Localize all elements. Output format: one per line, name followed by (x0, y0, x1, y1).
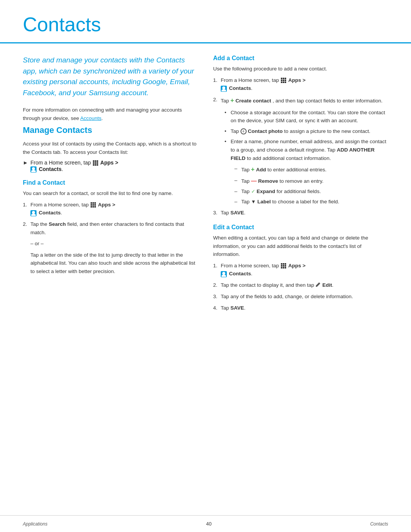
add-step-1: 1. From a Home screen, tap (213, 76, 388, 93)
svg-rect-27 (281, 263, 282, 265)
manage-step-text: From a Home screen, tap (30, 160, 118, 173)
edit-contact-heading: Edit a Contact (213, 224, 388, 231)
edit-pencil-icon (315, 281, 321, 290)
contacts-icon-3 (221, 86, 227, 92)
contact-photo-icon: + (241, 128, 247, 134)
footer: Applications 40 Contacts (0, 515, 411, 532)
svg-rect-18 (281, 78, 282, 79)
or-text: – or – (30, 240, 198, 248)
find-steps: 1. From a Home screen, tap (23, 201, 198, 276)
svg-rect-34 (283, 267, 284, 268)
svg-rect-9 (91, 202, 92, 204)
svg-rect-3 (93, 162, 94, 164)
svg-rect-8 (97, 164, 98, 166)
intro-note: For more information on connecting with … (23, 106, 198, 122)
add-bullet-list: Choose a storage account for the contact… (225, 109, 388, 206)
contacts-label: Contacts (39, 166, 62, 172)
edit-step-1: 1. From a Home screen, tap (213, 262, 388, 278)
left-column: Store and manage your contacts with the … (23, 55, 198, 315)
svg-rect-28 (283, 263, 284, 265)
add-contact-heading: Add a Contact (213, 55, 388, 62)
accounts-link[interactable]: Accounts (80, 115, 102, 121)
footer-page-number: 40 (206, 521, 211, 527)
bullet-storage: Choose a storage account for the contact… (225, 109, 388, 125)
manage-contacts-heading: Manage Contacts (23, 125, 198, 135)
edit-step-2: 2. Tap the contact to display it, and th… (213, 281, 388, 289)
save-label-2: SAVE (231, 305, 244, 311)
svg-rect-33 (281, 267, 282, 268)
sub-bullet-add: Tap + Add to enter additional entries. (234, 165, 388, 174)
svg-rect-13 (92, 204, 94, 206)
add-step-2: 2. Tap + Create contact , and then tap c… (213, 96, 388, 206)
svg-rect-32 (285, 265, 286, 267)
svg-rect-23 (285, 80, 286, 81)
apps-label: Apps > (100, 160, 118, 166)
svg-rect-17 (94, 206, 96, 208)
svg-rect-21 (281, 80, 282, 81)
sub-bullet-expand: Tap ✓ Expand for additional fields. (234, 187, 388, 196)
svg-rect-24 (281, 81, 282, 83)
manage-step: ► From a Home screen, tap (23, 160, 198, 173)
find-body: You can search for a contact, or scroll … (23, 189, 198, 198)
contacts-icon-4 (221, 271, 227, 277)
add-step-3: 3. Tap SAVE. (213, 209, 388, 217)
arrow-icon: ► (23, 160, 28, 166)
edit-label: Edit (322, 282, 332, 288)
svg-rect-2 (97, 160, 98, 162)
content-area: Store and manage your contacts with the … (0, 43, 411, 338)
svg-rect-10 (92, 202, 94, 204)
manage-body: Access your list of contacts by using th… (23, 140, 198, 156)
find-step-2: 2. Tap the Search field, and then enter … (23, 220, 198, 276)
apps-icon-3 (280, 77, 287, 83)
svg-rect-1 (95, 160, 96, 162)
contacts-icon-2 (30, 210, 37, 216)
save-label-1: SAVE (231, 210, 244, 216)
svg-rect-30 (281, 265, 282, 267)
svg-rect-12 (91, 204, 92, 206)
add-body: Use the following procedure to add a new… (213, 65, 388, 73)
svg-rect-22 (283, 80, 284, 81)
svg-rect-5 (97, 162, 98, 164)
apps-icon-4 (280, 263, 287, 269)
svg-rect-25 (283, 81, 284, 83)
plus-icon: + (231, 97, 234, 104)
intro-text: Store and manage your contacts with the … (23, 55, 198, 98)
sub-bullet-list: Tap + Add to enter additional entries. T… (234, 165, 388, 206)
apps-icon (92, 160, 99, 166)
create-contact-label: Create contact (236, 98, 271, 104)
svg-rect-16 (92, 206, 94, 208)
page: Contacts Store and manage your contacts … (0, 0, 411, 532)
find-contact-heading: Find a Contact (23, 179, 198, 186)
svg-rect-7 (95, 164, 96, 166)
svg-rect-15 (91, 206, 92, 208)
footer-right: Contacts (370, 521, 388, 527)
apps-icon-2 (90, 202, 96, 208)
svg-rect-26 (285, 81, 286, 83)
add-plus-icon: + (251, 166, 255, 173)
add-steps: 1. From a Home screen, tap (213, 76, 388, 217)
label-down-icon: ▼ (251, 199, 256, 204)
search-field-label: Search (49, 221, 66, 227)
edit-steps: 1. From a Home screen, tap (213, 262, 388, 312)
bullet-fields: Enter a name, phone number, email addres… (225, 137, 388, 206)
contacts-icon (30, 166, 37, 173)
edit-step-3: 3. Tap any of the fields to add, change,… (213, 292, 388, 301)
svg-rect-0 (93, 160, 94, 162)
svg-rect-14 (94, 204, 96, 206)
svg-rect-31 (283, 265, 284, 267)
find-step-1: 1. From a Home screen, tap (23, 201, 198, 217)
edit-body: When editing a contact, you can tap a fi… (213, 234, 388, 259)
svg-rect-19 (283, 78, 284, 79)
page-title: Contacts (23, 14, 388, 35)
remove-icon: — (251, 177, 257, 184)
edit-step-4: 4. Tap SAVE. (213, 304, 388, 312)
sub-bullet-remove: Tap — Remove to remove an entry. (234, 176, 388, 185)
svg-rect-11 (94, 202, 96, 204)
svg-rect-4 (95, 162, 96, 164)
right-column: Add a Contact Use the following procedur… (213, 55, 388, 315)
svg-rect-35 (285, 267, 286, 268)
svg-rect-6 (93, 164, 94, 166)
svg-rect-20 (285, 78, 286, 79)
expand-icon: ✓ (251, 189, 255, 194)
bullet-photo: Tap + Contact photo to assign a picture … (225, 127, 388, 136)
